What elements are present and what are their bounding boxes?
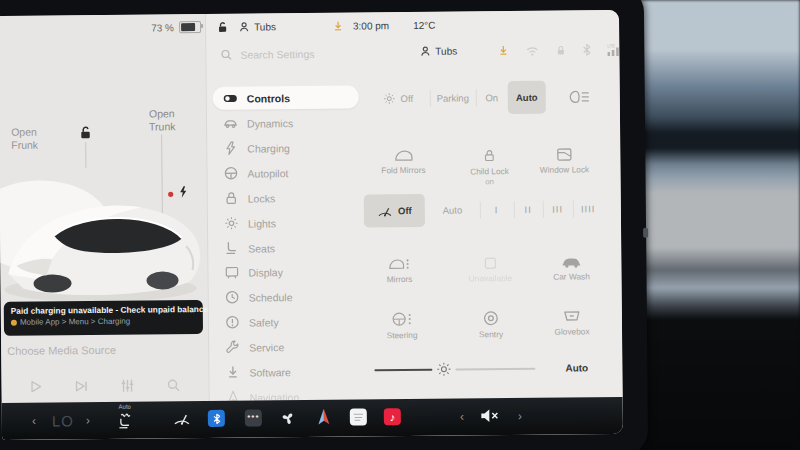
unavailable-button: Unavailable [455,256,525,285]
glovebox-button[interactable]: Glovebox [539,309,605,338]
header-download-icon[interactable] [497,44,509,57]
open-frunk-button[interactable]: Open Frunk [11,126,47,153]
sidebar-item-safety[interactable]: Safety [215,309,361,333]
clock-icon [225,290,240,305]
wipers-off-option[interactable]: Off [364,194,425,228]
display-icon [224,265,239,280]
unlocked-icon [78,125,93,140]
sentry-button[interactable]: Sentry [456,310,526,341]
more-apps-icon[interactable]: ••• [245,409,262,426]
child-lock-button[interactable]: Child Lock on [454,148,524,187]
wipers-4-option[interactable]: IIII [572,192,604,225]
lock-status-icon[interactable] [216,21,229,34]
auto-highbeam-button[interactable] [556,80,604,113]
seat-icon [224,241,239,256]
sidebar-item-schedule[interactable]: Schedule [215,284,361,308]
search-placeholder: Search Settings [240,48,314,61]
update-download-icon[interactable] [332,20,344,33]
notification-banner[interactable]: Paid charging unavailable - Check unpaid… [4,300,203,336]
lights-segment: Off Parking On Auto [366,81,546,116]
brightness-slider[interactable] [206,10,619,14]
temperature-setting[interactable]: LO [52,412,74,429]
sidebar-item-seats[interactable]: Seats [214,236,360,260]
bluetooth-app-icon[interactable] [208,410,225,427]
battery-percent: 73 % [151,22,174,33]
sidebar-item-lights[interactable]: Lights [214,211,360,235]
unavailable-icon [483,256,497,270]
wipers-2-option[interactable]: II [513,193,543,226]
wipers-3-option[interactable]: III [543,192,573,225]
media-source-prompt: Choose Media Source [7,344,116,357]
next-track-icon[interactable] [74,379,88,393]
car-wash-button[interactable]: Car Wash [538,255,604,283]
alert-circle-icon [225,315,240,330]
sidebar-item-locks[interactable]: Locks [214,186,360,210]
car-status-panel: 73 % Open Frunk Open Trunk [0,14,209,403]
mirrors-adjust-button[interactable]: Mirrors [366,257,432,286]
light-icon [382,92,395,105]
fan-climate-icon[interactable] [279,409,297,427]
music-app-icon[interactable]: ♪ [384,408,401,425]
wrench-icon [225,340,240,355]
fold-mirrors-button[interactable]: Fold Mirrors [367,149,439,177]
play-icon[interactable] [29,380,42,394]
wipers-segment: Off Auto I II III IIII [364,192,604,227]
wipers-auto-option[interactable]: Auto [425,193,480,227]
tesla-touchscreen: 73 % Open Frunk Open Trunk [0,0,648,450]
brightness-sun-icon[interactable] [436,362,451,377]
steering-wheel-icon [223,166,238,181]
header-lock-icon [555,44,566,56]
window-lock-button[interactable]: Window Lock [539,147,589,175]
temp-down-chevron[interactable]: ‹ [32,414,36,428]
sidebar-item-charging[interactable]: Charging [213,136,359,160]
lights-auto-option[interactable]: Auto [508,81,546,114]
brightness-track-filled[interactable] [374,369,432,372]
wipers-1-option[interactable]: I [480,193,514,226]
car-icon [223,116,238,131]
settings-panel: Tubs 3:00 pm 12°C Search Settings [205,10,623,401]
navigation-app-icon[interactable] [316,408,332,427]
steering-adjust-icon [391,311,413,327]
open-trunk-button[interactable]: Open Trunk [149,107,189,134]
notification-title: Paid charging unavailable - Check unpaid… [11,304,196,316]
light-icon [224,216,239,231]
driver-profile[interactable]: Tubs [238,20,276,33]
photo: 73 % Open Frunk Open Trunk [0,0,800,450]
lightning-icon [223,141,238,156]
brightness-auto-toggle[interactable]: Auto [565,362,588,373]
volume-up-chevron[interactable]: › [518,409,522,423]
equalizer-icon[interactable] [120,379,134,393]
status-bar: Tubs 3:00 pm 12°C [216,19,435,34]
sidebar-item-controls[interactable]: Controls [213,86,359,110]
car-wash-icon [560,255,582,268]
wifi-icon [525,44,539,56]
header-profile[interactable]: Tubs [419,45,457,58]
outside-temperature[interactable]: 12°C [413,20,435,31]
mirror-adjust-icon [388,257,410,271]
toggle-icon [223,91,238,106]
calendar-app-icon[interactable] [350,408,367,425]
media-search-icon[interactable] [166,378,180,392]
sidebar-item-dynamics[interactable]: Dynamics [213,111,359,135]
wiper-dock-icon[interactable] [173,411,191,426]
search-settings[interactable]: Search Settings [220,48,314,61]
headlight-icon [569,89,591,104]
seat-heater-button[interactable]: Auto [117,404,133,429]
lights-parking-option[interactable]: Parking [430,81,476,114]
volume-down-chevron[interactable]: ‹ [460,410,464,424]
lights-off-option[interactable]: Off [366,82,430,116]
profile-name: Tubs [254,21,276,32]
child-lock-icon [482,148,496,163]
padlock-icon [224,191,239,206]
sidebar-item-software[interactable]: Software [215,359,361,383]
volume-muted-icon[interactable] [480,408,500,423]
lte-signal-icon: LTE [607,43,623,56]
lights-on-option[interactable]: On [476,81,508,114]
sidebar-item-autopilot[interactable]: Autopilot [213,161,359,185]
car-render [0,154,209,306]
temp-up-chevron[interactable]: › [86,413,90,427]
brightness-track-empty[interactable] [455,368,535,370]
steering-adjust-button[interactable]: Steering [369,311,435,342]
sidebar-item-service[interactable]: Service [215,334,361,358]
sidebar-item-display[interactable]: Display [214,259,360,283]
